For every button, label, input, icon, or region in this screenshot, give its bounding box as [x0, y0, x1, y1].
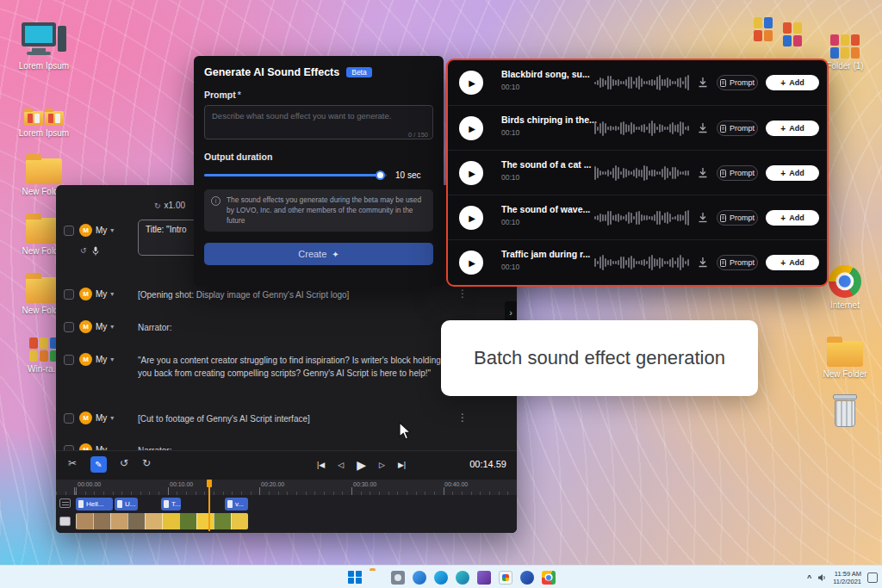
timeline-clip[interactable]: Hell...	[76, 498, 113, 511]
row-checkbox[interactable]	[64, 289, 74, 300]
frame-back-button[interactable]: ◁	[338, 461, 344, 469]
timeline-tracks: Hell... U... T... v...	[56, 495, 517, 533]
row-checkbox[interactable]	[64, 322, 74, 332]
edge-icon[interactable]	[434, 571, 448, 585]
add-button[interactable]: + Add	[766, 255, 819, 270]
sparkle-icon: ✦	[332, 250, 339, 259]
playhead[interactable]	[208, 480, 210, 531]
zoom-level[interactable]: ↻ x1.00	[154, 201, 185, 210]
avatar: M	[79, 320, 92, 333]
draw-tool-icon[interactable]: ✎	[90, 456, 107, 473]
chevron-down-icon: ▾	[110, 356, 114, 363]
row-checkbox[interactable]	[64, 413, 74, 424]
info-icon: i	[211, 196, 220, 206]
desktop-icon-lorem-folders[interactable]: Lorem Ipsum	[12, 86, 76, 138]
speaker-chip[interactable]: M My ▾	[79, 320, 114, 333]
play-button[interactable]: ▶	[459, 206, 483, 230]
waveform[interactable]	[594, 253, 691, 272]
regenerate-icon[interactable]: ↺	[80, 246, 87, 255]
skip-to-start-button[interactable]: |◀	[317, 461, 325, 469]
prompt-button[interactable]: Prompt	[717, 165, 758, 181]
browser-icon[interactable]	[413, 571, 426, 585]
desktop-icon-archive-b[interactable]	[775, 12, 810, 46]
play-button[interactable]: ▶	[459, 116, 483, 140]
prompt-button[interactable]: Prompt	[717, 75, 758, 90]
tray-chevron-icon[interactable]: ^	[807, 573, 811, 582]
add-button[interactable]: + Add	[766, 121, 819, 136]
desktop-icon-label: Internet	[813, 300, 877, 310]
volume-icon[interactable]	[817, 570, 827, 585]
play-button[interactable]: ▶	[459, 71, 483, 95]
frame-forward-button[interactable]: ▷	[379, 461, 385, 469]
add-button[interactable]: + Add	[766, 210, 819, 226]
download-icon[interactable]	[698, 211, 708, 226]
slider-thumb[interactable]	[376, 170, 385, 180]
mic-icon[interactable]	[92, 246, 99, 257]
download-icon[interactable]	[698, 166, 708, 182]
row-checkbox[interactable]	[64, 226, 74, 236]
prompt-button[interactable]: Prompt	[717, 255, 758, 270]
video-filmstrip[interactable]	[76, 513, 248, 529]
add-button[interactable]: + Add	[766, 165, 819, 181]
skip-to-end-button[interactable]: ▶|	[398, 461, 406, 469]
add-button[interactable]: + Add	[766, 75, 819, 90]
desktop-icon-recycle-bin[interactable]	[813, 389, 877, 429]
kebab-menu-icon[interactable]: ⋮	[457, 412, 468, 424]
prompt-input[interactable]	[204, 105, 433, 139]
waveform[interactable]	[594, 164, 691, 183]
speaker-chip[interactable]: M My ▾	[79, 288, 114, 300]
ruler-label: 00:10.00	[170, 481, 193, 487]
waveform[interactable]	[594, 73, 691, 92]
row-checkbox[interactable]	[64, 355, 74, 365]
download-icon[interactable]	[698, 256, 708, 271]
download-icon[interactable]	[698, 121, 708, 137]
timeline-clip[interactable]: v...	[225, 498, 248, 511]
timeline-clip[interactable]: U...	[115, 498, 138, 511]
desktop-icon-computer[interactable]: Lorem Ipsum	[12, 19, 76, 71]
taskbar-clock[interactable]: 11:59 AM 11/2/2021	[833, 570, 861, 585]
create-button[interactable]: Create ✦	[204, 243, 433, 265]
speaker-chip[interactable]: M My ▾	[79, 412, 114, 424]
desktop: Lorem Ipsum Lorem Ipsum New Folder New F…	[0, 0, 882, 588]
sfx-result-row: ▶ The sound of wave... 00:10 Prompt + Ad…	[448, 195, 827, 239]
file-explorer-icon[interactable]	[370, 571, 383, 585]
notification-center-icon[interactable]	[867, 573, 878, 583]
split-tool-icon[interactable]: ✂	[68, 457, 77, 469]
store-icon[interactable]	[520, 571, 534, 585]
prompt-button[interactable]: Prompt	[717, 121, 758, 136]
prompt-button[interactable]: Prompt	[717, 210, 758, 226]
start-button[interactable]	[348, 571, 362, 585]
chevron-down-icon: ▾	[110, 323, 114, 331]
video-track-icon[interactable]	[59, 517, 71, 526]
play-icon: ▶	[469, 78, 475, 88]
play-button[interactable]: ▶	[357, 458, 366, 472]
chevron-down-icon: ▾	[110, 226, 114, 234]
speaker-chip[interactable]: M My ▾	[79, 224, 114, 237]
desktop-icon-label: Lorem Ipsum	[12, 61, 76, 71]
office-icon[interactable]	[477, 571, 491, 585]
speaker-chip[interactable]: M My ▾	[79, 353, 114, 366]
sfx-title: Traffic jam during r...	[501, 249, 590, 259]
chevron-right-icon: ›	[509, 307, 512, 318]
kebab-menu-icon[interactable]: ⋮	[457, 288, 468, 300]
camera-icon[interactable]	[391, 571, 405, 585]
chrome-icon[interactable]	[542, 571, 556, 585]
skype-icon[interactable]	[456, 571, 469, 585]
play-button[interactable]: ▶	[459, 161, 483, 185]
timeline-clip[interactable]: T...	[161, 498, 181, 511]
photos-icon[interactable]	[499, 571, 512, 585]
waveform[interactable]	[594, 208, 691, 227]
waveform[interactable]	[594, 119, 691, 138]
avatar: M	[79, 353, 92, 366]
play-button[interactable]: ▶	[459, 251, 483, 275]
desktop-icon-new-folder-right[interactable]: New Folder	[813, 327, 877, 379]
undo-icon[interactable]: ↺	[120, 457, 128, 469]
redo-icon[interactable]: ↻	[142, 457, 151, 469]
sfx-duration: 00:10	[501, 83, 590, 91]
plus-icon: +	[780, 124, 786, 133]
timeline-ruler[interactable]: 00:00.00 00:10.00 00:20.00 00:30.00 00:4…	[56, 480, 517, 495]
ruler-label: 00:00.00	[78, 481, 101, 487]
duration-slider[interactable]	[204, 170, 387, 180]
avatar: M	[79, 412, 92, 424]
download-icon[interactable]	[698, 76, 708, 91]
